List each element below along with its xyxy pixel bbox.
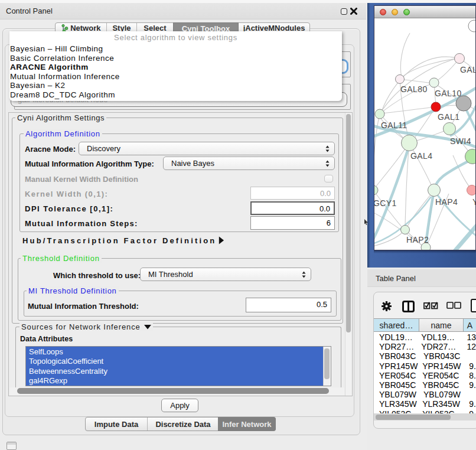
svg-text:GAL4: GAL4 [410, 151, 432, 161]
svg-text:GAL7: GAL7 [460, 65, 475, 74]
svg-text:GAL80: GAL80 [400, 84, 428, 94]
svg-text:GAL11: GAL11 [381, 120, 407, 130]
svg-text:Y: Y [472, 197, 475, 207]
svg-text:GAL1: GAL1 [438, 112, 459, 122]
svg-text:HAP4: HAP4 [435, 197, 458, 207]
svg-text:SWI4: SWI4 [450, 136, 471, 146]
svg-text:HAP2: HAP2 [406, 235, 429, 244]
svg-text:GAL10: GAL10 [435, 89, 462, 98]
svg-text:GCY1: GCY1 [374, 198, 397, 208]
